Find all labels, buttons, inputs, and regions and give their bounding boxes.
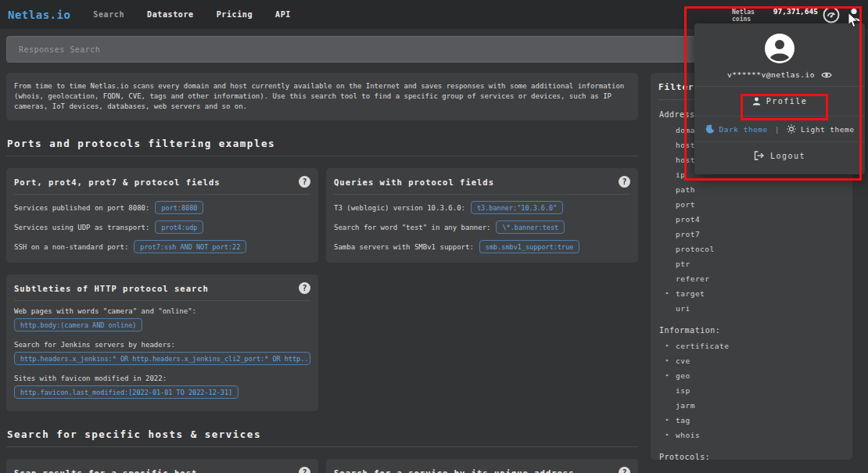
card-title: Search for a service by its unique addre… [334, 468, 575, 473]
example-label: Sites with favicon modified in 2022: [14, 374, 305, 382]
filter-item-target[interactable]: ▸target [658, 286, 845, 301]
card-header: Subtleties of HTTP protocol search ? [14, 282, 310, 301]
example-row: Services published on port 8080: port:80… [14, 201, 310, 214]
light-theme-option[interactable]: Light theme [787, 124, 854, 134]
help-icon[interactable]: ? [299, 176, 310, 188]
expand-arrow-icon: ▸ [665, 431, 669, 438]
example-row: T3 (weblogic) version 10.3.6.0: t3.banne… [334, 201, 630, 214]
filter-item-prot4[interactable]: prot4 [658, 212, 845, 227]
filter-item-geo[interactable]: ▸geo [658, 368, 845, 383]
query-chip[interactable]: \*.banner:test [496, 220, 565, 234]
cards-row-3: Scan results for a specific host ? Respo… [6, 459, 638, 473]
expand-arrow-icon: ▸ [665, 371, 669, 378]
query-chip[interactable]: prot4:udp [155, 220, 203, 234]
filter-item-protocol[interactable]: protocol [658, 242, 845, 256]
example-label: Services published on port 8080: [14, 204, 149, 212]
query-chip[interactable]: http.headers.x_jenkins:* OR http.headers… [14, 352, 310, 365]
example-row: Samba servers with SMBv1 support: smb.sm… [334, 240, 630, 253]
card-title: Queries with protocol fields [334, 177, 494, 187]
user-avatar [765, 34, 794, 63]
query-chip[interactable]: http.body:(camera AND online) [14, 318, 142, 331]
section-divider [6, 446, 638, 447]
cards-row-2: Subtleties of HTTP protocol search ? Web… [6, 274, 638, 411]
user-email-row: v******v@netlas.io [694, 70, 865, 87]
filter-item-certificate[interactable]: ▸certificate [658, 339, 845, 353]
section-divider [6, 156, 638, 156]
expand-arrow-icon: ▸ [665, 289, 669, 296]
section-title-ports: Ports and protocols filtering examples [7, 138, 638, 149]
filter-group-protocols: Protocols: [659, 453, 845, 461]
card-header: Port, prot4, prot7 & protocol fields ? [14, 176, 310, 195]
expand-arrow-icon: ▸ [665, 416, 669, 423]
query-chip[interactable]: port:8080 [155, 201, 203, 214]
filter-item-whois[interactable]: ▸whois [658, 428, 845, 443]
query-chip[interactable]: t3.banner:"10.3.6.0" [471, 201, 563, 214]
logout-menu-item[interactable]: Logout [694, 142, 865, 169]
usage-gauge-icon[interactable] [823, 6, 840, 23]
theme-separator: | [775, 125, 780, 134]
expand-arrow-icon: ▸ [665, 342, 669, 349]
logout-icon [754, 151, 764, 160]
intro-description: From time to time Netlas.io scans every … [6, 73, 638, 120]
query-chip[interactable]: prot7:ssh AND NOT port:22 [134, 240, 246, 253]
card-http-subtleties: Subtleties of HTTP protocol search ? Web… [6, 274, 318, 411]
card-title: Scan results for a specific host [14, 468, 197, 473]
nav-item-search[interactable]: Search [93, 10, 124, 19]
netlas-responses-search-page: Netlas.io Search Datastore Pricing API N… [0, 0, 868, 473]
coins-label: Netlas coins [732, 9, 773, 23]
nav-item-api[interactable]: API [275, 10, 291, 19]
help-icon[interactable]: ? [299, 467, 310, 473]
person-icon [752, 97, 761, 106]
section-title-hosts: Search for specific hosts & services [7, 428, 638, 440]
help-icon[interactable]: ? [299, 282, 310, 294]
card-header: Search for a service by its unique addre… [334, 467, 630, 473]
expand-arrow-icon: ▸ [665, 357, 669, 364]
query-chip[interactable]: http.favicon.last_modified:[2022-01-01 T… [14, 385, 239, 399]
filter-group-information: Information: [659, 326, 845, 335]
example-label: Web pages with words "camera" and "onlin… [14, 307, 305, 315]
example-label: Search for word "test" in any banner: [334, 224, 490, 231]
help-icon[interactable]: ? [619, 176, 630, 188]
card-header: Queries with protocol fields ? [334, 176, 630, 195]
user-email: v******v@netlas.io [727, 70, 815, 79]
filter-item-port[interactable]: port [658, 197, 845, 212]
filter-item-path[interactable]: path [658, 182, 845, 197]
filter-item-tag[interactable]: ▸tag [658, 413, 845, 428]
example-label: Services using UDP as transport: [14, 224, 149, 231]
card-ports-fields: Port, prot4, prot7 & protocol fields ? S… [6, 168, 318, 263]
card-title: Subtleties of HTTP protocol search [14, 284, 209, 293]
example-row: Web pages with words "camera" and "onlin… [14, 307, 310, 335]
filter-item-jarm[interactable]: jarm [658, 398, 845, 413]
query-chip[interactable]: smb.smbv1_support:true [479, 240, 580, 253]
coins-value: 97,371,645 [773, 7, 818, 16]
card-header: Scan results for a specific host ? [14, 467, 310, 473]
cards-row-1: Port, prot4, prot7 & protocol fields ? S… [6, 168, 638, 263]
example-row: Search for word "test" in any banner: \*… [334, 220, 630, 234]
card-specific-host: Scan results for a specific host ? Respo… [6, 459, 318, 473]
nav-item-datastore[interactable]: Datastore [147, 10, 194, 19]
filter-item-referer[interactable]: referer [658, 271, 845, 286]
profile-menu-item[interactable]: Profile [694, 87, 865, 116]
filter-item-cve[interactable]: ▸cve [658, 353, 845, 368]
filter-item-uri[interactable]: uri [658, 301, 845, 316]
example-label: Search for Jenkins servers by headers: [14, 341, 305, 349]
card-protocol-fields: Queries with protocol fields ? T3 (weblo… [326, 168, 638, 263]
card-unique-address: Search for a service by its unique addre… [326, 459, 638, 473]
eye-icon[interactable] [821, 71, 832, 79]
help-icon[interactable]: ? [619, 467, 630, 473]
nav-item-pricing[interactable]: Pricing [217, 10, 253, 19]
moon-icon [705, 124, 715, 134]
example-label: SSH on a non-standard port: [14, 243, 128, 251]
example-label: T3 (weblogic) version 10.3.6.0: [334, 204, 465, 212]
example-label: Samba servers with SMBv1 support: [334, 243, 474, 251]
filter-item-isp[interactable]: isp [658, 383, 845, 398]
mouse-cursor [848, 13, 859, 28]
sun-icon [787, 124, 796, 134]
filter-item-prot7[interactable]: prot7 [658, 227, 845, 242]
main-content: From time to time Netlas.io scans every … [6, 73, 638, 473]
filter-item-ptr[interactable]: ptr [658, 256, 845, 271]
example-row: Search for Jenkins servers by headers: h… [14, 341, 310, 368]
example-row: Sites with favicon modified in 2022: htt… [14, 374, 310, 402]
dark-theme-option[interactable]: Dark theme [705, 124, 768, 134]
netlas-logo[interactable]: Netlas.io [8, 9, 70, 21]
